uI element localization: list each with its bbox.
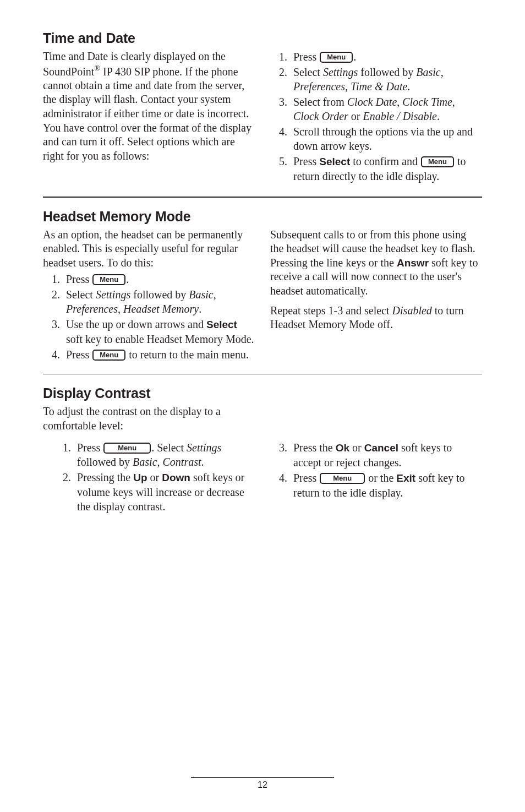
section2-right-2: Repeat steps 1-3 and select Disabled to … (270, 304, 482, 332)
page-number: 12 (0, 780, 525, 790)
step-3: 3.Select from Clock Date, Clock Time, Cl… (281, 95, 482, 123)
step-2: 2.Pressing the Up or Down soft keys or v… (65, 470, 255, 514)
section3-intro: To adjust the contrast on the display to… (43, 405, 263, 433)
menu-button-icon: Menu (320, 473, 365, 484)
step-4: 4.Press Menu or the Exit soft key to ret… (281, 471, 482, 500)
menu-button-icon: Menu (320, 52, 353, 63)
section-divider (43, 197, 482, 198)
section3-steps-left: 1.Press Menu. Select Settings followed b… (43, 440, 255, 514)
section3-steps-right: 3.Press the Ok or Cancel soft keys to ac… (270, 440, 482, 499)
section2-intro: As an option, the headset can be permane… (43, 228, 255, 270)
menu-button-icon: Menu (92, 274, 125, 285)
section1-steps: 1.Press Menu. 2.Select Settings followed… (270, 50, 482, 183)
section2-right-1: Subsequent calls to or from this phone u… (270, 228, 482, 298)
section2-steps: 1.Press Menu. 2.Select Settings followed… (43, 272, 255, 362)
step-1: 1.Press Menu. Select Settings followed b… (65, 440, 255, 469)
step-4: 4.Scroll through the options via the up … (281, 124, 482, 153)
menu-button-icon: Menu (92, 350, 125, 361)
step-3: 3.Use the up or down arrows and Select s… (54, 317, 255, 346)
step-2: 2.Select Settings followed by Basic, Pre… (54, 287, 255, 316)
step-1: 1.Press Menu. (281, 50, 482, 64)
section1-intro: Time and Date is clearly displayed on th… (43, 50, 255, 163)
heading-time-date: Time and Date (43, 30, 482, 46)
step-2: 2.Select Settings followed by Basic, Pre… (281, 65, 482, 94)
heading-headset-memory: Headset Memory Mode (43, 209, 482, 225)
footer-rule (191, 777, 334, 778)
menu-button-icon: Menu (103, 443, 151, 454)
step-4: 4.Press Menu to return to the main menu. (54, 347, 255, 362)
step-5: 5.Press Select to confirm and Menu to re… (281, 154, 482, 183)
menu-button-icon: Menu (421, 156, 454, 167)
section-divider (43, 374, 482, 374)
heading-display-contrast: Display Contrast (43, 385, 482, 401)
step-1: 1.Press Menu. (54, 272, 255, 286)
page-footer: 12 (0, 777, 525, 790)
step-3: 3.Press the Ok or Cancel soft keys to ac… (281, 440, 482, 470)
